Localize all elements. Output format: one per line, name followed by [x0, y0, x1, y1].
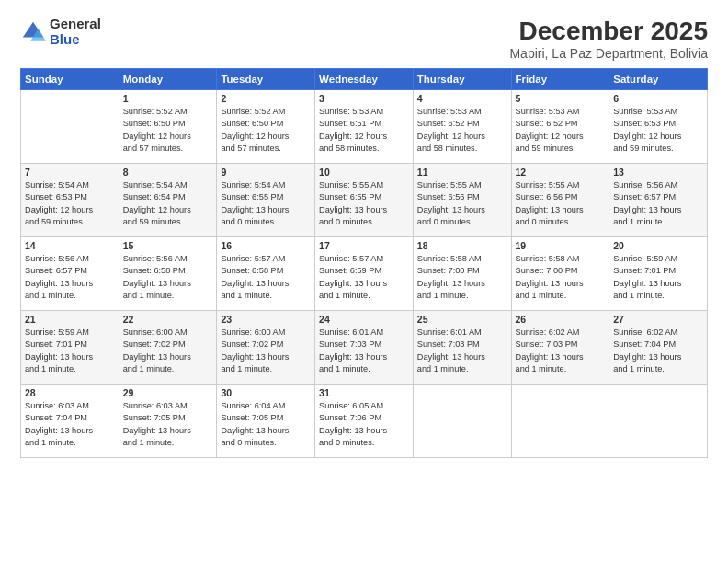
calendar-cell: 7Sunrise: 5:54 AMSunset: 6:53 PMDaylight… [21, 164, 119, 237]
title-block: December 2025 Mapiri, La Paz Department,… [509, 17, 708, 61]
header: General Blue December 2025 Mapiri, La Pa… [20, 17, 708, 61]
day-number: 20 [613, 240, 703, 251]
calendar-cell: 27Sunrise: 6:02 AMSunset: 7:04 PMDayligh… [609, 311, 708, 385]
day-number: 23 [221, 314, 311, 325]
calendar-cell: 17Sunrise: 5:57 AMSunset: 6:59 PMDayligh… [315, 237, 414, 311]
calendar-cell: 12Sunrise: 5:55 AMSunset: 6:56 PMDayligh… [511, 164, 609, 237]
calendar-week-2: 7Sunrise: 5:54 AMSunset: 6:53 PMDaylight… [21, 164, 708, 237]
day-info: Sunrise: 6:05 AMSunset: 7:06 PMDaylight:… [319, 400, 409, 449]
day-number: 11 [417, 167, 507, 178]
calendar-cell: 2Sunrise: 5:52 AMSunset: 6:50 PMDaylight… [217, 90, 315, 164]
day-number: 17 [319, 240, 409, 251]
main-title: December 2025 [509, 17, 708, 46]
calendar-cell: 5Sunrise: 5:53 AMSunset: 6:52 PMDaylight… [511, 90, 609, 164]
day-info: Sunrise: 5:55 AMSunset: 6:56 PMDaylight:… [417, 179, 507, 228]
day-number: 1 [123, 93, 213, 104]
day-info: Sunrise: 5:56 AMSunset: 6:57 PMDaylight:… [25, 253, 115, 302]
day-info: Sunrise: 6:01 AMSunset: 7:03 PMDaylight:… [417, 327, 507, 375]
logo-icon [20, 19, 46, 45]
logo: General Blue [20, 17, 101, 47]
day-info: Sunrise: 5:58 AMSunset: 7:00 PMDaylight:… [516, 253, 606, 302]
day-info: Sunrise: 5:54 AMSunset: 6:53 PMDaylight:… [25, 179, 115, 228]
day-number: 26 [516, 314, 606, 325]
calendar-cell: 21Sunrise: 5:59 AMSunset: 7:01 PMDayligh… [21, 311, 119, 385]
day-header-wednesday: Wednesday [315, 69, 414, 90]
logo-text: General Blue [50, 17, 101, 47]
day-number: 15 [123, 240, 213, 251]
day-info: Sunrise: 5:59 AMSunset: 7:01 PMDaylight:… [613, 253, 703, 302]
day-number: 30 [221, 387, 311, 398]
day-info: Sunrise: 6:02 AMSunset: 7:04 PMDaylight:… [613, 327, 703, 375]
calendar-week-1: 1Sunrise: 5:52 AMSunset: 6:50 PMDaylight… [21, 90, 708, 164]
calendar-cell: 18Sunrise: 5:58 AMSunset: 7:00 PMDayligh… [413, 237, 511, 311]
calendar-cell: 8Sunrise: 5:54 AMSunset: 6:54 PMDaylight… [119, 164, 217, 237]
calendar-cell [609, 385, 708, 458]
day-number: 9 [221, 167, 311, 178]
calendar-cell: 6Sunrise: 5:53 AMSunset: 6:53 PMDaylight… [609, 90, 708, 164]
day-info: Sunrise: 6:00 AMSunset: 7:02 PMDaylight:… [221, 327, 311, 375]
day-info: Sunrise: 5:53 AMSunset: 6:51 PMDaylight:… [319, 106, 409, 155]
day-info: Sunrise: 6:02 AMSunset: 7:03 PMDaylight:… [516, 327, 606, 375]
calendar-cell: 13Sunrise: 5:56 AMSunset: 6:57 PMDayligh… [609, 164, 708, 237]
day-number: 21 [25, 314, 115, 325]
logo-general-text: General [50, 17, 101, 32]
day-info: Sunrise: 5:55 AMSunset: 6:55 PMDaylight:… [319, 179, 409, 228]
day-number: 10 [319, 167, 409, 178]
day-info: Sunrise: 5:52 AMSunset: 6:50 PMDaylight:… [221, 106, 311, 155]
day-number: 12 [516, 167, 606, 178]
calendar-cell: 31Sunrise: 6:05 AMSunset: 7:06 PMDayligh… [315, 385, 414, 458]
calendar-cell: 16Sunrise: 5:57 AMSunset: 6:58 PMDayligh… [217, 237, 315, 311]
calendar-cell [413, 385, 511, 458]
day-number: 22 [123, 314, 213, 325]
calendar-cell: 26Sunrise: 6:02 AMSunset: 7:03 PMDayligh… [511, 311, 609, 385]
day-number: 29 [123, 387, 213, 398]
calendar-cell: 20Sunrise: 5:59 AMSunset: 7:01 PMDayligh… [609, 237, 708, 311]
day-header-friday: Friday [511, 69, 609, 90]
day-number: 13 [613, 167, 703, 178]
day-info: Sunrise: 5:57 AMSunset: 6:59 PMDaylight:… [319, 253, 409, 302]
calendar-cell: 19Sunrise: 5:58 AMSunset: 7:00 PMDayligh… [511, 237, 609, 311]
day-info: Sunrise: 5:56 AMSunset: 6:57 PMDaylight:… [613, 179, 703, 228]
page: General Blue December 2025 Mapiri, La Pa… [0, 0, 728, 563]
calendar-week-3: 14Sunrise: 5:56 AMSunset: 6:57 PMDayligh… [21, 237, 708, 311]
day-info: Sunrise: 5:53 AMSunset: 6:52 PMDaylight:… [516, 106, 606, 155]
day-number: 2 [221, 93, 311, 104]
calendar-cell [511, 385, 609, 458]
day-info: Sunrise: 5:56 AMSunset: 6:58 PMDaylight:… [123, 253, 213, 302]
calendar-cell: 9Sunrise: 5:54 AMSunset: 6:55 PMDaylight… [217, 164, 315, 237]
calendar-table: SundayMondayTuesdayWednesdayThursdayFrid… [20, 68, 708, 458]
day-number: 6 [613, 93, 703, 104]
day-info: Sunrise: 5:58 AMSunset: 7:00 PMDaylight:… [417, 253, 507, 302]
day-info: Sunrise: 5:54 AMSunset: 6:55 PMDaylight:… [221, 179, 311, 228]
day-info: Sunrise: 6:03 AMSunset: 7:04 PMDaylight:… [25, 400, 115, 449]
day-header-thursday: Thursday [413, 69, 511, 90]
calendar-cell [21, 90, 119, 164]
day-info: Sunrise: 6:04 AMSunset: 7:05 PMDaylight:… [221, 400, 311, 449]
calendar-cell: 15Sunrise: 5:56 AMSunset: 6:58 PMDayligh… [119, 237, 217, 311]
calendar-cell: 29Sunrise: 6:03 AMSunset: 7:05 PMDayligh… [119, 385, 217, 458]
day-number: 7 [25, 167, 115, 178]
calendar-week-4: 21Sunrise: 5:59 AMSunset: 7:01 PMDayligh… [21, 311, 708, 385]
day-number: 24 [319, 314, 409, 325]
calendar-cell: 11Sunrise: 5:55 AMSunset: 6:56 PMDayligh… [413, 164, 511, 237]
calendar-cell: 4Sunrise: 5:53 AMSunset: 6:52 PMDaylight… [413, 90, 511, 164]
day-info: Sunrise: 6:00 AMSunset: 7:02 PMDaylight:… [123, 327, 213, 375]
day-header-tuesday: Tuesday [217, 69, 315, 90]
day-info: Sunrise: 5:54 AMSunset: 6:54 PMDaylight:… [123, 179, 213, 228]
day-number: 31 [319, 387, 409, 398]
day-number: 19 [516, 240, 606, 251]
day-number: 8 [123, 167, 213, 178]
calendar-cell: 1Sunrise: 5:52 AMSunset: 6:50 PMDaylight… [119, 90, 217, 164]
day-number: 3 [319, 93, 409, 104]
calendar-cell: 14Sunrise: 5:56 AMSunset: 6:57 PMDayligh… [21, 237, 119, 311]
day-number: 4 [417, 93, 507, 104]
day-number: 25 [417, 314, 507, 325]
day-info: Sunrise: 6:01 AMSunset: 7:03 PMDaylight:… [319, 327, 409, 375]
calendar-cell: 22Sunrise: 6:00 AMSunset: 7:02 PMDayligh… [119, 311, 217, 385]
day-info: Sunrise: 5:53 AMSunset: 6:52 PMDaylight:… [417, 106, 507, 155]
day-info: Sunrise: 5:59 AMSunset: 7:01 PMDaylight:… [25, 327, 115, 375]
day-header-saturday: Saturday [609, 69, 708, 90]
day-info: Sunrise: 5:53 AMSunset: 6:53 PMDaylight:… [613, 106, 703, 155]
calendar-cell: 25Sunrise: 6:01 AMSunset: 7:03 PMDayligh… [413, 311, 511, 385]
day-header-sunday: Sunday [21, 69, 119, 90]
